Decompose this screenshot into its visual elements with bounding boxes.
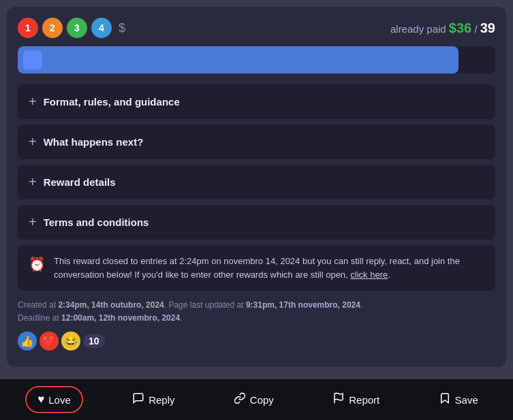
expand-icon: + (29, 134, 37, 150)
reaction-row: 👍 ❤️ 😂 10 (18, 332, 495, 351)
love-button[interactable]: ♥ Love (25, 386, 83, 413)
action-bar: ♥ Love Reply Copy Report Save (0, 379, 513, 420)
accordion-label: Terms and conditions (44, 216, 149, 228)
bookmark-icon (439, 392, 451, 408)
progress-bar-fill (18, 46, 458, 74)
header-row: 1 2 3 4 $ already paid $36 / (18, 18, 495, 38)
click-here-link[interactable]: click here (350, 270, 388, 280)
meta-info: Created at 2:34pm, 14th outubro, 2024. P… (18, 299, 495, 325)
dollar-icon: $ (119, 21, 125, 35)
total-amount: 39 (480, 20, 495, 35)
laugh-reaction[interactable]: 😂 (61, 332, 80, 351)
heart-reaction[interactable]: ❤️ (40, 332, 59, 351)
accordion-label: What happens next? (44, 136, 144, 148)
thumbs-up-reaction[interactable]: 👍 (18, 332, 37, 351)
reply-button[interactable]: Reply (123, 387, 184, 413)
save-button[interactable]: Save (429, 387, 488, 413)
paid-amount: $36 (449, 20, 471, 35)
step-bubble-2[interactable]: 2 (42, 18, 63, 38)
progress-bar-thumb (23, 50, 42, 69)
accordion-terms[interactable]: + Terms and conditions (18, 205, 495, 240)
step-bubble-4[interactable]: 4 (91, 18, 112, 38)
accordion-label: Format, rules, and guidance (44, 96, 180, 108)
accordion-next[interactable]: + What happens next? (18, 125, 495, 159)
copy-button[interactable]: Copy (224, 387, 283, 413)
heart-icon: ♥ (37, 393, 44, 406)
expand-icon: + (29, 174, 37, 190)
updated-time: 9:31pm, 17th novembro, 2024 (246, 300, 360, 310)
step-bubble-1[interactable]: 1 (18, 18, 38, 38)
expand-icon: + (29, 214, 37, 230)
step-bubbles: 1 2 3 4 $ (18, 18, 125, 38)
notice-box: ⏰ This reward closed to entries at 2:24p… (18, 245, 495, 291)
notice-text: This reward closed to entries at 2:24pm … (54, 255, 484, 281)
accordion-format[interactable]: + Format, rules, and guidance (18, 84, 495, 119)
progress-bar-container (18, 46, 495, 74)
step-bubble-3[interactable]: 3 (67, 18, 87, 38)
accordion-reward[interactable]: + Reward details (18, 165, 495, 199)
link-icon (234, 392, 246, 408)
paid-info: already paid $36 / 39 (390, 20, 495, 36)
report-button[interactable]: Report (323, 387, 389, 413)
alarm-icon: ⏰ (29, 256, 46, 272)
reply-icon (132, 392, 144, 408)
expand-icon: + (29, 94, 37, 110)
created-time: 2:34pm, 14th outubro, 2024 (58, 300, 164, 310)
accordion-label: Reward details (44, 176, 116, 188)
reaction-count[interactable]: 10 (83, 334, 105, 348)
flag-icon (332, 392, 345, 408)
deadline-time: 12:00am, 12th novembro, 2024 (61, 313, 180, 323)
